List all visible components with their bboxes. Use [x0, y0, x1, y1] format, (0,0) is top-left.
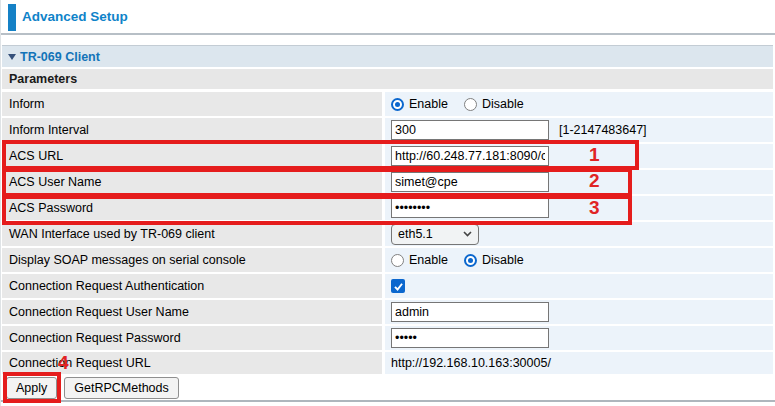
conn-req-url-text: http://192.168.10.163:30005/: [391, 356, 551, 370]
row-value: [1-2147483647]: [385, 118, 773, 142]
inform-interval-input[interactable]: [391, 120, 549, 140]
parameters-table: TR-069 Client Parameters Inform Enable D…: [2, 45, 773, 399]
conn-req-user-input[interactable]: [391, 302, 549, 322]
row-value: [385, 170, 773, 194]
row-label: Connection Request Password: [2, 326, 382, 350]
row-conn-req-auth: Connection Request Authentication: [2, 274, 773, 298]
row-label: Inform: [2, 92, 382, 116]
parameters-subheader: Parameters: [2, 69, 773, 89]
row-label: Connection Request URL: [2, 352, 382, 374]
soap-disable-label: Disable: [482, 253, 524, 267]
bottom-divider: [1, 400, 775, 402]
row-value: [385, 300, 773, 324]
row-label: ACS Password: [2, 196, 382, 220]
acs-user-name-input[interactable]: [391, 172, 549, 192]
section-header-tr069[interactable]: TR-069 Client: [2, 45, 773, 67]
wan-interface-select[interactable]: eth5.1: [391, 224, 479, 245]
soap-enable-label: Enable: [409, 253, 448, 267]
inform-interval-range-hint: [1-2147483647]: [559, 123, 647, 137]
get-rpc-methods-button[interactable]: GetRPCMethods: [64, 377, 178, 399]
collapse-triangle-icon: [8, 54, 16, 60]
row-label: Connection Request Authentication: [2, 274, 382, 298]
row-value: [385, 326, 773, 350]
row-value: Enable Disable: [385, 92, 773, 116]
row-label: Connection Request User Name: [2, 300, 382, 324]
inform-disable-radio[interactable]: [464, 98, 477, 111]
row-wan-interface: WAN Interface used by TR-069 client eth5…: [2, 222, 773, 246]
row-value: http://192.168.10.163:30005/: [385, 352, 773, 374]
acs-password-input[interactable]: [391, 198, 549, 218]
inform-enable-radio[interactable]: [391, 98, 404, 111]
row-value: [385, 274, 773, 298]
conn-req-password-input[interactable]: [391, 328, 549, 348]
conn-req-auth-checkbox[interactable]: [391, 279, 405, 293]
inform-enable-label: Enable: [409, 97, 448, 111]
row-inform: Inform Enable Disable: [2, 92, 773, 116]
row-label: WAN Interface used by TR-069 client: [2, 222, 382, 246]
row-value: [385, 196, 773, 220]
row-label: ACS URL: [2, 144, 382, 168]
top-divider: [1, 33, 775, 35]
row-value: eth5.1: [385, 222, 773, 246]
row-display-soap: Display SOAP messages on serial console …: [2, 248, 773, 272]
wan-interface-selected-value: eth5.1: [398, 227, 433, 241]
apply-button[interactable]: Apply: [6, 377, 57, 399]
row-conn-req-url: Connection Request URL http://192.168.10…: [2, 352, 773, 374]
page-title: Advanced Setup: [22, 9, 128, 24]
row-conn-req-user: Connection Request User Name: [2, 300, 773, 324]
tr069-client-page: Advanced Setup TR-069 Client Parameters …: [0, 0, 775, 406]
section-title: TR-069 Client: [20, 50, 100, 64]
row-value: Enable Disable: [385, 248, 773, 272]
row-label: Display SOAP messages on serial console: [2, 248, 382, 272]
soap-enable-radio[interactable]: [391, 254, 404, 267]
chevron-down-icon: [463, 231, 472, 237]
row-acs-user-name: ACS User Name: [2, 170, 773, 194]
row-value: [385, 144, 773, 168]
checkmark-icon: [393, 281, 404, 292]
button-row: Apply GetRPCMethods: [2, 377, 773, 399]
row-acs-password: ACS Password: [2, 196, 773, 220]
acs-url-input[interactable]: [391, 146, 549, 166]
row-inform-interval: Inform Interval [1-2147483647]: [2, 118, 773, 142]
title-accent-bar: [8, 4, 16, 31]
soap-disable-radio[interactable]: [464, 254, 477, 267]
row-label: Inform Interval: [2, 118, 382, 142]
inform-disable-label: Disable: [482, 97, 524, 111]
row-label: ACS User Name: [2, 170, 382, 194]
row-acs-url: ACS URL: [2, 144, 773, 168]
row-conn-req-password: Connection Request Password: [2, 326, 773, 350]
